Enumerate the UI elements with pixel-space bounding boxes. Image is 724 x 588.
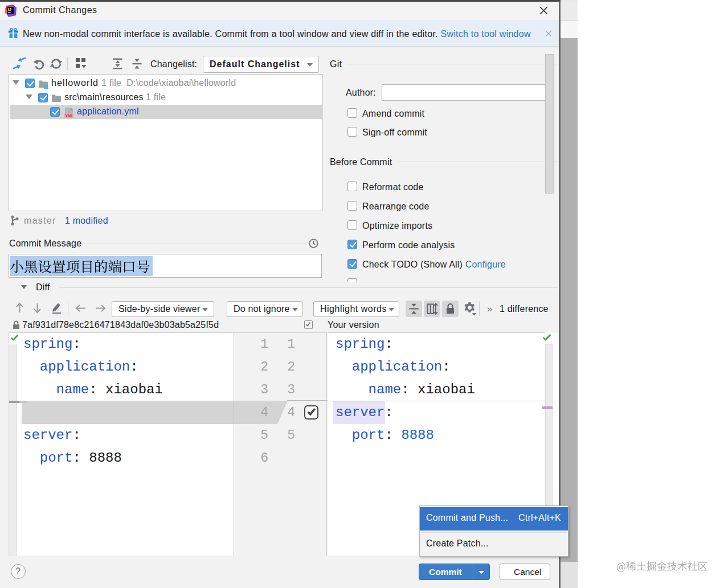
svg-text:YML: YML [65,114,73,118]
svg-text:IJ: IJ [8,7,11,11]
